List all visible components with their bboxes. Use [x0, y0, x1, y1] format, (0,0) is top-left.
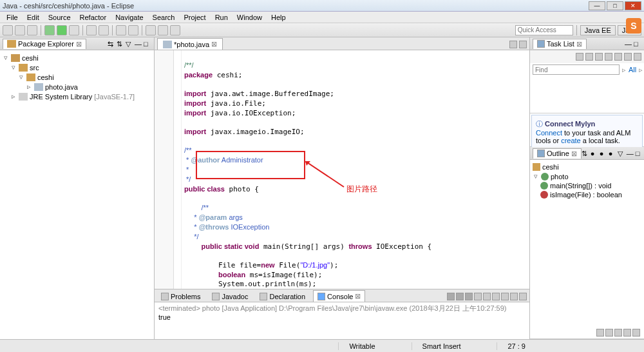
menu-search[interactable]: Search — [149, 13, 179, 22]
console-min-icon[interactable] — [510, 293, 518, 300]
task-find-input[interactable] — [533, 64, 620, 75]
code-editor[interactable]: /**/ package ceshi; import java.awt.imag… — [155, 50, 529, 289]
right-tool-2[interactable] — [605, 329, 613, 337]
console-removeall-icon[interactable] — [465, 293, 473, 300]
class-icon — [541, 173, 549, 181]
console-tab-javadoc[interactable]: Javadoc — [208, 291, 252, 302]
minimize-button[interactable]: — — [589, 1, 605, 10]
menu-navigate[interactable]: Navigate — [111, 13, 147, 22]
menu-help[interactable]: Help — [267, 13, 290, 22]
forward-button[interactable] — [170, 25, 180, 35]
tree-jre[interactable]: ▹JRE System Library [JavaSE-1.7] — [3, 92, 151, 101]
right-tool-4[interactable] — [623, 329, 631, 337]
editor-tab-photo[interactable]: *photo.java ⊠ — [157, 38, 223, 50]
save-all-button[interactable] — [27, 25, 37, 35]
sogou-ime-badge[interactable]: S — [626, 18, 641, 34]
outline-icon — [537, 150, 545, 157]
maximize-view-icon[interactable]: □ — [144, 40, 151, 48]
editor-tab-title: *photo.java — [174, 41, 209, 48]
collapse-all-icon[interactable]: ⇆ — [108, 40, 115, 48]
console-tab-declaration[interactable]: Declaration — [256, 291, 309, 302]
outline-menu-icon[interactable]: ▽ — [618, 150, 625, 157]
maximize-button[interactable]: □ — [607, 1, 623, 10]
menu-refactor[interactable]: Refactor — [76, 13, 111, 22]
new-task-icon[interactable] — [576, 53, 583, 61]
tree-src[interactable]: ▿src — [3, 63, 151, 72]
console-terminate-icon[interactable] — [447, 293, 455, 300]
console-pin-icon[interactable] — [492, 293, 500, 300]
quick-access-input[interactable] — [515, 25, 573, 35]
editor-minimize-icon[interactable] — [509, 41, 517, 48]
right-tool-5[interactable] — [632, 329, 640, 337]
package-explorer-tab[interactable]: Package Explorer ⊠ — [3, 39, 86, 49]
outline-sort-icon[interactable]: ⇅ — [582, 150, 589, 157]
search-button[interactable] — [128, 25, 138, 35]
task-menu-icon[interactable] — [634, 53, 641, 61]
debug-button[interactable] — [44, 25, 55, 35]
console-remove-icon[interactable] — [456, 293, 464, 300]
menu-project[interactable]: Project — [180, 13, 209, 22]
outline-class[interactable]: ▿photo — [533, 171, 641, 181]
console-scroll-icon[interactable] — [483, 293, 491, 300]
toggle-mark-button[interactable] — [146, 25, 156, 35]
console-clear-icon[interactable] — [474, 293, 482, 300]
console-max-icon[interactable] — [519, 293, 527, 300]
run-button[interactable] — [57, 25, 67, 35]
src-folder-icon — [19, 64, 28, 72]
perspective-javaee[interactable]: Java EE — [580, 25, 616, 35]
new-package-button[interactable] — [86, 25, 97, 35]
code-area[interactable]: /**/ package ceshi; import java.awt.imag… — [182, 50, 529, 289]
status-writable: Writable — [338, 342, 385, 350]
tasklist-min-icon[interactable]: ― — [625, 40, 632, 48]
fold-gutter[interactable] — [174, 50, 182, 289]
mylyn-create-link[interactable]: create — [561, 137, 581, 144]
new-class-button[interactable] — [99, 25, 109, 35]
console-output[interactable]: <terminated> photo [Java Application] D:… — [155, 302, 529, 339]
main-toolbar: Java EE Java — [0, 23, 644, 37]
outline-f2-icon[interactable]: ● — [600, 150, 607, 157]
console-display-icon[interactable] — [501, 293, 509, 300]
new-button[interactable] — [3, 25, 13, 35]
view-menu-icon[interactable]: ▽ — [126, 40, 133, 48]
menu-window[interactable]: Window — [233, 13, 266, 22]
task-cat-icon[interactable] — [585, 53, 593, 61]
task-sched-icon[interactable] — [595, 53, 603, 61]
close-button[interactable]: ✕ — [625, 1, 641, 10]
task-sync-icon[interactable] — [605, 53, 612, 61]
menu-edit[interactable]: Edit — [23, 13, 43, 22]
outline-package[interactable]: ceshi — [533, 162, 641, 171]
console-tab-console[interactable]: Console ⊠ — [313, 290, 365, 302]
link-editor-icon[interactable]: ⇅ — [117, 40, 124, 48]
menu-file[interactable]: File — [3, 13, 22, 22]
task-collapse-icon[interactable] — [614, 53, 622, 61]
task-list-tab[interactable]: Task List ⊠ — [533, 39, 587, 49]
outline-f1-icon[interactable]: ● — [591, 150, 598, 157]
task-focus-icon[interactable] — [624, 53, 632, 61]
mylyn-connect-link[interactable]: Connect — [536, 129, 562, 137]
menu-run[interactable]: Run — [211, 13, 232, 22]
console-tab-problems[interactable]: Problems — [157, 291, 204, 302]
outline-tab[interactable]: Outline ⊠ — [533, 148, 582, 159]
right-tool-1[interactable] — [596, 329, 604, 337]
run-last-button[interactable] — [69, 25, 79, 35]
save-button[interactable] — [15, 25, 25, 35]
private-method-icon — [540, 191, 548, 199]
editor-maximize-icon[interactable] — [519, 41, 527, 48]
outline-method-main[interactable]: main(String[]) : void — [533, 181, 641, 190]
outline-method-isimage[interactable]: isImage(File) : boolean — [533, 190, 641, 199]
outline-max-icon[interactable]: □ — [636, 150, 643, 157]
close-tab-icon[interactable]: ⊠ — [211, 40, 217, 48]
task-all-link[interactable]: All — [629, 66, 636, 73]
outline-min-icon[interactable]: ― — [627, 150, 634, 157]
open-type-button[interactable] — [116, 25, 126, 35]
tree-package[interactable]: ▿ceshi — [3, 72, 151, 82]
menu-source[interactable]: Source — [44, 13, 75, 22]
right-tool-3[interactable] — [614, 329, 622, 337]
tree-file-photo[interactable]: ▹photo.java — [3, 82, 151, 92]
editor-tabstrip: *photo.java ⊠ — [155, 37, 529, 50]
outline-f3-icon[interactable]: ● — [609, 150, 616, 157]
tasklist-max-icon[interactable]: □ — [634, 40, 641, 48]
back-button[interactable] — [158, 25, 168, 35]
minimize-view-icon[interactable]: ― — [135, 40, 142, 48]
tree-project[interactable]: ▿ceshi — [3, 53, 151, 63]
